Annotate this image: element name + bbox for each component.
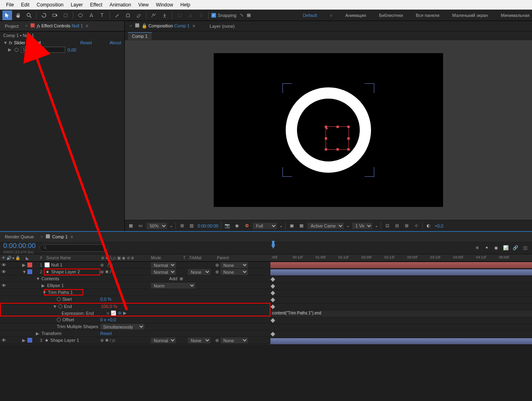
expr-pickwhip-icon[interactable]: ⊚ — [118, 310, 122, 316]
canvas[interactable]: ✦ — [214, 53, 443, 207]
end-row[interactable]: ▼ End 100,0 % Expression: End ≡ 📈 ⊚ ▶ — [0, 303, 270, 316]
stopwatch-icon[interactable] — [58, 304, 62, 308]
eye-icon[interactable]: 👁 — [2, 338, 7, 343]
mode-icon-3[interactable]: ◇ — [196, 10, 206, 20]
workspace-menu-icon[interactable]: ≡ — [330, 13, 332, 18]
timeline-comp-tab[interactable]: × Comp 1 ≡ — [39, 234, 75, 239]
transform-row[interactable]: ▶Transform Reset — [0, 330, 270, 337]
close-icon[interactable]: × — [130, 23, 132, 28]
keyframe-icon[interactable] — [270, 332, 275, 336]
expr-enable-icon[interactable]: ≡ — [107, 311, 109, 316]
twirl-icon[interactable]: ▶ — [36, 331, 40, 336]
workspace-animation[interactable]: Анимация — [345, 13, 366, 18]
layer-row-shape2[interactable]: 👁▼ 2 ★Shape Layer 2 ⊕ ✱ / Normal None ⊚N… — [0, 269, 270, 275]
grid-icon[interactable]: ▦ — [127, 222, 134, 229]
snapping-check[interactable]: ✓ Snapping ⤡ ▦ — [211, 12, 251, 18]
type-tool[interactable]: T — [97, 10, 107, 20]
res-chevron-icon[interactable]: ⌄ — [279, 223, 283, 228]
effect-row[interactable]: ▼ fx Slider Control Reset About — [0, 39, 124, 46]
close-icon[interactable]: × — [40, 234, 43, 239]
transform-reset[interactable]: Reset — [100, 331, 112, 336]
switches[interactable]: ⊕ / 𝑓𝑥 — [100, 263, 113, 268]
timeline-icon[interactable]: ⊞ — [403, 222, 410, 229]
clone-tool[interactable] — [123, 10, 133, 20]
twirl-icon[interactable]: ▼ — [42, 290, 46, 295]
start-row[interactable]: Start 0,0 % — [0, 296, 270, 303]
col-trkmat[interactable]: .TrkMat — [188, 256, 215, 260]
twirl-icon[interactable]: ▼ — [3, 40, 7, 45]
twirl-icon[interactable]: ▼ — [53, 304, 57, 309]
track-shape1[interactable] — [270, 338, 532, 345]
trim-multi-select[interactable]: Simultaneously — [100, 324, 144, 330]
layer-row-null1[interactable]: 👁▶ 1 Null 1 ⊕ / 𝑓𝑥 Normal ⊚None — [0, 262, 270, 269]
parent-select[interactable]: None — [221, 337, 248, 343]
selection-tool[interactable] — [2, 10, 12, 20]
pickwhip-icon[interactable]: ⊚ — [215, 269, 219, 275]
snap-opt-icon[interactable]: ⤡ — [240, 12, 243, 18]
exposure-value[interactable]: +0,0 — [435, 223, 443, 228]
layer-row-shape1[interactable]: 👁▶ 3 ★Shape Layer 1 ⊕ ✱ / 𝑓𝑥 Normal None… — [0, 337, 270, 344]
resolution-select[interactable]: Full — [253, 223, 277, 229]
frame-blend-icon[interactable]: ✦ — [483, 244, 490, 252]
chan-icon[interactable]: ▥ — [188, 222, 195, 229]
show-channel-icon[interactable]: ◉ — [233, 222, 241, 229]
panel-menu-icon[interactable]: ≡ — [192, 23, 195, 28]
menu-animation[interactable]: Animation — [106, 2, 134, 8]
label-col-icon[interactable]: ◣ — [26, 256, 29, 260]
pickwhip-icon[interactable]: ⊚ — [215, 338, 219, 343]
viewer-time[interactable]: 0:00:00:00 — [198, 223, 219, 228]
menu-layer[interactable]: Layer — [67, 2, 87, 8]
contents-row[interactable]: ▼Contents Add: ⊕ — [0, 275, 270, 282]
project-tab[interactable]: Project — [3, 24, 20, 29]
zoom-tool[interactable] — [24, 10, 34, 20]
slider-property-row[interactable]: ▶ 0,00 — [0, 46, 124, 54]
workspace-allpanels[interactable]: Все панели — [416, 13, 439, 18]
keyframe-icon[interactable] — [270, 304, 275, 309]
twirl-icon[interactable]: ▼ — [36, 276, 40, 281]
solo-col-icon[interactable]: ● — [12, 256, 14, 260]
puppet-tool[interactable] — [160, 10, 169, 20]
switch-icon[interactable]: 🔗 — [512, 244, 519, 252]
keyframe-icon[interactable] — [270, 298, 275, 302]
fast-icon[interactable]: ⊟ — [393, 222, 400, 229]
trim-multi-row[interactable]: Trim Multiple Shapes Simultaneously — [0, 323, 270, 330]
exposure-reset-icon[interactable]: ◐ — [425, 222, 432, 229]
eye-icon[interactable]: 👁 — [2, 269, 7, 274]
label-swatch[interactable] — [27, 263, 32, 267]
pen-tool[interactable] — [87, 10, 96, 20]
null-bounding-box[interactable] — [326, 126, 349, 150]
workspace-small[interactable]: Маленький экран — [452, 13, 488, 18]
stopwatch-icon[interactable] — [57, 318, 61, 322]
mode-select[interactable]: Normal — [151, 262, 176, 268]
workspace-default[interactable]: Default — [303, 13, 317, 18]
color-icon[interactable]: ✿ — [243, 222, 250, 229]
menu-view[interactable]: View — [135, 2, 153, 8]
mode-select[interactable]: Normal — [151, 337, 176, 343]
ellipse-row[interactable]: 👁 ▶Ellipse 1 Norm — [0, 282, 270, 289]
trkmat-select[interactable]: None — [188, 337, 210, 343]
col-source[interactable]: Source Name — [44, 256, 100, 260]
expression-text[interactable]: content("Trim Paths 1").end — [272, 311, 321, 315]
workspace-minimal[interactable]: Минимальная — [501, 13, 530, 18]
label-swatch[interactable] — [27, 338, 32, 343]
zoom-chevron-icon[interactable]: ⌄ — [169, 223, 173, 228]
snap-opt2-icon[interactable]: ▦ — [247, 12, 251, 18]
eye-icon[interactable]: 👁 — [2, 263, 7, 267]
snap-icon[interactable]: ◫ — [522, 244, 529, 252]
col-parent[interactable]: Parent — [215, 256, 270, 260]
mode-select[interactable]: Normal — [151, 269, 176, 275]
roi-icon[interactable]: ▣ — [288, 222, 295, 229]
snapshot-icon[interactable]: 📷 — [224, 222, 231, 229]
mask-icon[interactable]: ▭ — [137, 222, 144, 229]
track-expr[interactable]: content("Trim Paths 1").end — [270, 310, 532, 317]
layer-tab[interactable]: Layer (none) — [208, 24, 236, 29]
twirl-icon[interactable]: ▶ — [8, 47, 12, 52]
graph-icon[interactable]: 📊 — [502, 244, 509, 252]
lock-col-icon[interactable]: 🔒 — [15, 256, 20, 260]
col-mode[interactable]: Mode — [151, 256, 183, 260]
lock-icon[interactable]: 🔒 — [142, 23, 147, 28]
twirl-icon[interactable]: ▼ — [22, 269, 26, 274]
mode-icon-1[interactable]: ▢ — [175, 10, 184, 20]
camera-select[interactable]: Active Camera — [307, 223, 344, 229]
expr-graph-icon[interactable]: 📈 — [111, 310, 116, 316]
